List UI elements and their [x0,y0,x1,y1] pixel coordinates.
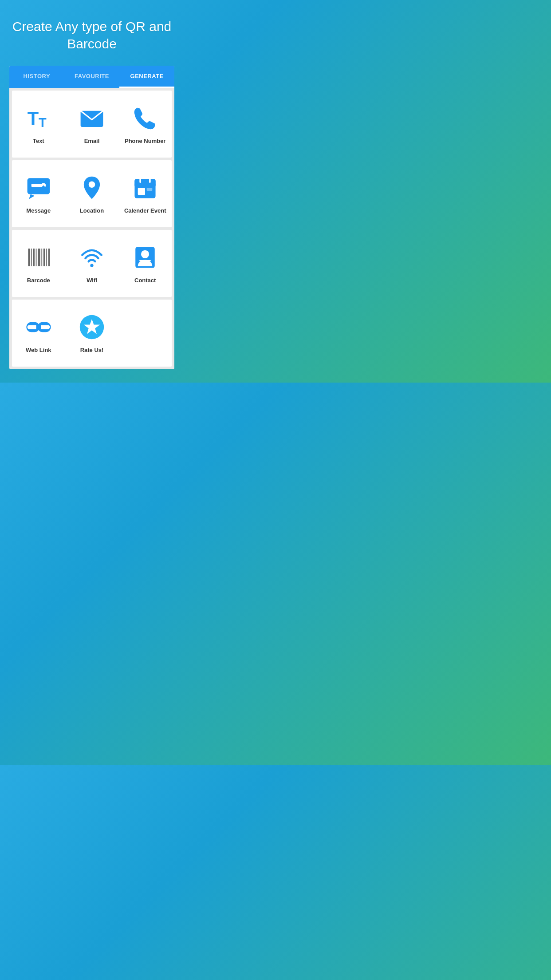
svg-rect-5 [31,184,42,187]
tabs-bar: HISTORY FAVOURITE GENERATE [9,66,175,88]
grid-item-message[interactable]: Message [12,165,65,223]
email-label: Email [84,138,100,144]
svg-rect-19 [38,249,40,266]
grid-item-location[interactable]: Location [65,165,118,223]
weblink-icon [24,313,53,341]
barcode-icon [24,243,53,272]
grid-item-calendar[interactable]: Calender Event [118,165,172,223]
grid-item-contact[interactable]: Contact [118,234,172,292]
rateus-icon [78,313,106,341]
svg-rect-10 [135,184,156,186]
main-container: HISTORY FAVOURITE GENERATE T T Text [9,66,175,369]
svg-rect-22 [46,249,47,266]
phone-label: Phone Number [125,138,165,144]
barcode-label: Barcode [27,277,50,284]
tab-history[interactable]: HISTORY [9,66,64,88]
svg-text:T: T [39,115,47,130]
calendar-label: Calender Event [124,207,166,214]
grid-item-wifi[interactable]: Wifi [65,234,118,292]
grid-item-rateus[interactable]: Rate Us! [65,304,118,362]
location-icon [78,174,106,202]
text-icon: T T [24,104,53,132]
svg-rect-13 [138,188,145,195]
weblink-label: Web Link [26,347,51,353]
grid-row-2: Message Location [12,160,172,227]
grid-row-1: T T Text Email [12,91,172,158]
svg-point-7 [89,182,95,188]
svg-rect-20 [41,249,42,266]
grid-row-4: Web Link Rate Us! [12,300,172,367]
svg-rect-14 [147,188,153,191]
svg-rect-16 [31,249,32,266]
grid-item-weblink[interactable]: Web Link [12,304,65,362]
svg-marker-4 [29,194,35,199]
message-icon [24,174,53,202]
location-label: Location [80,207,104,214]
rateus-label: Rate Us! [80,347,104,353]
svg-rect-38 [36,325,41,329]
email-icon [78,104,106,132]
grid-item-text[interactable]: T T Text [12,95,65,153]
calendar-icon [131,174,159,202]
grid-item-email[interactable]: Email [65,95,118,153]
content-area: T T Text Email [9,88,175,369]
contact-label: Contact [134,277,156,284]
svg-rect-21 [43,249,45,266]
svg-rect-23 [48,249,50,266]
tab-generate[interactable]: GENERATE [119,66,174,88]
svg-text:T: T [27,108,38,129]
message-label: Message [26,207,51,214]
grid-item-phone[interactable]: Phone Number [118,95,172,153]
wifi-label: Wifi [87,277,97,284]
svg-rect-15 [28,249,30,266]
svg-point-24 [90,264,93,267]
phone-icon [131,104,159,132]
grid-item-barcode[interactable]: Barcode [12,234,65,292]
svg-rect-18 [35,249,36,266]
wifi-icon [78,243,106,272]
header: Create Any type of QR and Barcode [0,0,184,66]
tab-favourite[interactable]: FAVOURITE [64,66,119,88]
header-title: Create Any type of QR and Barcode [9,18,175,52]
contact-icon [131,243,159,272]
text-label: Text [33,138,44,144]
svg-point-26 [141,250,149,258]
svg-rect-17 [33,249,35,266]
grid-row-3: Barcode Wifi [12,230,172,297]
